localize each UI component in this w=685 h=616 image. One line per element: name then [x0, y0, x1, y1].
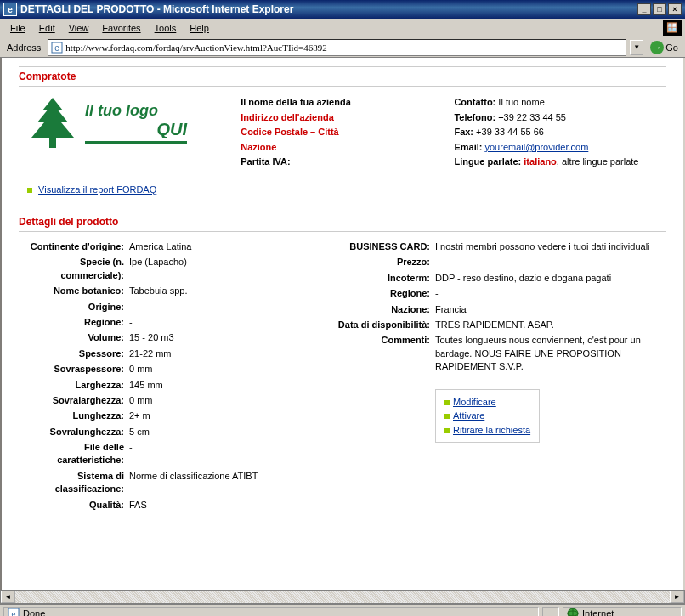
- botanical-val: Tabebuia spp.: [129, 285, 316, 297]
- modify-link[interactable]: Modificare: [444, 395, 530, 410]
- status-pane-spacer: [542, 607, 559, 617]
- menu-view[interactable]: View: [62, 21, 96, 35]
- fax-val: +39 33 44 55 66: [476, 127, 544, 137]
- globe-icon: [567, 608, 579, 617]
- region-r-label: Regione:: [325, 287, 435, 300]
- window-title: DETTAGLI DEL PRODOTTO - Microsoft Intern…: [20, 3, 637, 15]
- company-vat-label: Partita IVA:: [241, 155, 420, 170]
- length-val: 2+ m: [129, 410, 316, 422]
- details-left-column: Continente d'origine:America Latina Spec…: [27, 240, 316, 514]
- region-label: Regione:: [27, 316, 129, 329]
- file-label: File delle caratteristiche:: [27, 441, 129, 467]
- go-icon: →: [650, 41, 664, 54]
- origin-val: -: [129, 301, 316, 314]
- ie-icon: e: [3, 3, 17, 16]
- actions-box: Modificare Attivare Ritirare la richiest…: [435, 389, 540, 444]
- length-label: Lunghezza:: [27, 410, 129, 422]
- volume-label: Volume:: [27, 331, 129, 344]
- address-label: Address: [3, 42, 44, 53]
- lang-label: Lingue parlate:: [454, 156, 521, 167]
- menu-help[interactable]: Help: [183, 21, 216, 35]
- status-pane-main: e Done: [3, 607, 539, 617]
- phone-label: Telefono:: [454, 112, 495, 122]
- company-info: Il nome della tua azienda Indirizzo dell…: [241, 95, 420, 195]
- species-label: Specie (n. commerciale):: [27, 256, 129, 282]
- region-val: -: [129, 316, 316, 329]
- incoterm-label: Incoterm:: [325, 272, 435, 285]
- menu-edit[interactable]: Edit: [32, 21, 62, 35]
- go-label: Go: [665, 42, 678, 53]
- lang-rest: , altre lingue parlate: [557, 156, 639, 167]
- url-input[interactable]: [65, 42, 624, 53]
- window-titlebar: e DETTAGLI DEL PRODOTTO - Microsoft Inte…: [0, 0, 685, 19]
- price-val: -: [435, 256, 666, 268]
- company-postal: Codice Postale – Città: [241, 125, 420, 140]
- horizontal-scrollbar[interactable]: ◄ ►: [0, 590, 685, 604]
- email-label: Email:: [454, 142, 482, 152]
- content-viewport[interactable]: Compratote Il tuo logo QUI: [0, 58, 685, 590]
- bullet-icon: [27, 188, 32, 193]
- botanical-label: Nome botanico:: [27, 285, 129, 297]
- menu-favorites[interactable]: Favorites: [95, 21, 147, 35]
- scroll-left-button[interactable]: ◄: [1, 591, 15, 603]
- region-r-val: -: [435, 287, 666, 300]
- comments-val: Toutes longueurs nous conviennent, c'est…: [435, 334, 666, 373]
- statusbar: e Done Internet: [0, 604, 685, 616]
- overlength-label: Sovralunghezza:: [27, 426, 129, 438]
- avail-val: TRES RAPIDEMENT. ASAP.: [435, 319, 666, 331]
- continent-val: America Latina: [129, 240, 316, 253]
- windows-flag-icon: 🪟: [663, 20, 682, 36]
- country-r-val: Francia: [435, 303, 666, 316]
- width-label: Larghezza:: [27, 379, 129, 392]
- contact-label: Contatto:: [454, 97, 495, 107]
- email-link[interactable]: youremail@provider.com: [484, 142, 588, 152]
- continent-label: Continente d'origine:: [27, 240, 129, 253]
- scroll-right-button[interactable]: ►: [670, 591, 684, 603]
- report-link[interactable]: Visualizza il report FORDAQ: [38, 184, 156, 195]
- bullet-icon: [444, 414, 450, 419]
- bcard-label: BUSINESS CARD:: [325, 240, 435, 253]
- bullet-icon: [444, 400, 450, 405]
- activate-link[interactable]: Attivare: [444, 409, 530, 423]
- status-text: Done: [23, 608, 45, 617]
- svg-text:e: e: [55, 43, 60, 53]
- thickness-val: 21-22 mm: [129, 348, 316, 360]
- addressbar: Address e ▼ → Go: [0, 37, 685, 58]
- width-val: 145 mm: [129, 379, 316, 392]
- menubar: File Edit View Favorites Tools Help 🪟: [0, 19, 685, 37]
- svg-rect-5: [49, 138, 56, 148]
- overlength-val: 5 cm: [129, 426, 316, 438]
- species-val: Ipe (Lapacho): [129, 256, 316, 282]
- svg-marker-4: [31, 112, 74, 138]
- close-button[interactable]: ×: [668, 3, 682, 15]
- avail-label: Data di disponibilità:: [325, 319, 435, 331]
- status-pane-zone: Internet: [563, 607, 682, 617]
- scrollbar-track[interactable]: [15, 591, 670, 603]
- withdraw-link[interactable]: Ritirare la richiesta: [444, 423, 530, 438]
- menu-tools[interactable]: Tools: [148, 21, 184, 35]
- thickness-label: Spessore:: [27, 348, 129, 360]
- page-icon: e: [50, 41, 64, 54]
- url-dropdown-button[interactable]: ▼: [630, 40, 643, 55]
- overthick-label: Sovraspessore:: [27, 363, 129, 376]
- incoterm-val: DDP - reso destino, dazio e dogana pagat…: [435, 272, 666, 285]
- minimize-button[interactable]: _: [637, 3, 651, 15]
- volume-val: 15 - 20 m3: [129, 331, 316, 344]
- maximize-button[interactable]: □: [653, 3, 666, 15]
- origin-label: Origine:: [27, 301, 129, 314]
- company-address: Indirizzo dell'azienda: [241, 110, 420, 126]
- country-r-label: Nazione:: [325, 303, 435, 316]
- go-button[interactable]: → Go: [647, 41, 682, 54]
- menu-file[interactable]: File: [3, 21, 32, 35]
- details-right-column: BUSINESS CARD:I nostri membri possono ve…: [325, 240, 666, 514]
- overwidth-val: 0 mm: [129, 394, 316, 407]
- class-val: Norme di classificazione ATIBT: [129, 470, 316, 496]
- fax-label: Fax:: [454, 127, 473, 137]
- bullet-icon: [444, 428, 450, 433]
- tree-icon: [27, 95, 78, 150]
- zone-text: Internet: [582, 608, 614, 617]
- phone-val: +39 22 33 44 55: [498, 112, 566, 122]
- file-val: -: [129, 441, 316, 467]
- comments-label: Commenti:: [325, 334, 435, 373]
- overthick-val: 0 mm: [129, 363, 316, 376]
